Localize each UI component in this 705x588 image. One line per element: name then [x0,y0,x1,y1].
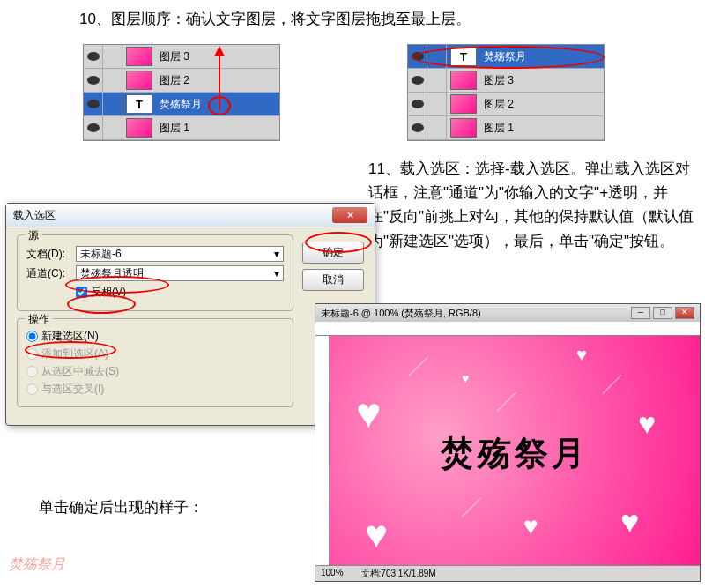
link-col [103,93,122,115]
ruler-vertical [315,336,330,581]
close-button[interactable]: ✕ [675,307,694,319]
layer-name: 焚殇祭月 [156,97,202,112]
visibility-toggle[interactable] [408,116,427,139]
channel-label: 通道(C): [26,266,76,281]
dialog-titlebar: 载入选区 ✕ [6,204,375,227]
layer-name: 焚殇祭月 [480,49,526,64]
radio-new-selection[interactable] [26,331,38,342]
heart-icon: ♥ [620,503,639,540]
eye-icon [87,100,100,108]
after-confirm-text: 单击确定后出现的样子： [39,495,204,519]
link-col [103,69,122,92]
step11-text: 11、载入选区：选择-载入选区。弹出载入选区对话框，注意"通道"为"你输入的文字… [368,157,701,253]
link-col [427,45,447,68]
dialog-title-text: 载入选区 [13,208,56,223]
channel-value: 焚殇祭月透明 [80,266,144,281]
layer-name: 图层 2 [480,97,514,112]
status-bar: 100% 文档:703.1K/1.89M [315,565,700,581]
visibility-toggle[interactable] [84,69,103,92]
layer-row-text-selected[interactable]: T 焚殇祭月 [84,93,279,116]
doc-value: 未标题-6 [80,247,122,262]
link-col [103,45,122,68]
eye-icon [87,76,100,85]
visibility-toggle[interactable] [84,116,103,139]
visibility-toggle[interactable] [408,93,427,115]
operation-legend: 操作 [25,312,53,327]
heart-icon: ♥ [356,389,382,437]
cancel-button[interactable]: 取消 [302,269,364,291]
source-fieldset: 源 文档(D): 未标题-6 ▾ 通道(C): 焚殇祭月透明 ▾ [17,234,293,311]
layer-panel-before: 图层 3 图层 2 T 焚殇祭月 图层 1 [83,44,280,141]
text-layer-thumb: T [450,47,477,66]
visibility-toggle[interactable] [84,93,103,115]
op-int-label: 与选区交叉(I) [41,382,104,397]
layer-thumb [450,118,477,138]
text-layer-thumb: T [126,94,152,114]
radio-add [26,348,38,360]
layer-name: 图层 3 [156,49,189,64]
eye-icon [412,123,424,132]
ok-button[interactable]: 确定 [302,242,364,264]
link-col [427,116,447,139]
radio-intersect [26,383,38,395]
chevron-down-icon: ▾ [274,248,279,260]
layer-thumb [450,71,477,90]
radio-subtract [26,366,38,377]
heart-icon: ♥ [462,371,469,385]
visibility-toggle[interactable] [408,45,427,68]
operation-fieldset: 操作 新建选区(N) 添加到选区(A) 从选区中减去(S) 与选区交叉(I) [17,318,293,407]
minimize-button[interactable]: ─ [631,307,650,319]
visibility-toggle[interactable] [408,69,427,92]
heart-icon: ♥ [523,512,538,540]
op-new-label: 新建选区(N) [41,329,99,344]
layer-row[interactable]: 图层 3 [408,69,604,93]
layer-row[interactable]: 图层 2 [408,93,604,116]
canvas-text: 焚殇祭月 [441,431,589,476]
layer-row[interactable]: 图层 2 [84,69,279,93]
ruler-horizontal [315,322,700,336]
layer-thumb [126,118,152,138]
heart-icon: ♥ [365,512,388,556]
eye-icon [87,52,100,61]
zoom-level: 100% [321,568,344,579]
doc-label: 文档(D): [26,247,76,262]
doc-dropdown[interactable]: 未标题-6 ▾ [76,246,284,262]
layer-name: 图层 1 [480,121,514,136]
layer-row-text-selected[interactable]: T 焚殇祭月 [408,45,604,69]
invert-checkbox[interactable] [76,287,87,298]
link-col [427,93,447,115]
chevron-down-icon: ▾ [274,267,279,279]
source-legend: 源 [25,228,42,243]
layer-row[interactable]: 图层 1 [84,116,279,140]
maximize-button[interactable]: □ [653,307,672,319]
layer-thumb [126,71,152,90]
layer-panel-after: T 焚殇祭月 图层 3 图层 2 图层 1 [407,44,605,141]
eye-icon [412,52,424,61]
layer-row[interactable]: 图层 3 [84,45,279,69]
watermark: 焚殇祭月 [9,555,65,574]
link-col [103,116,122,139]
doc-info: 文档:703.1K/1.89M [361,568,436,579]
op-sub-label: 从选区中减去(S) [41,364,119,379]
layer-name: 图层 3 [480,73,514,88]
channel-dropdown[interactable]: 焚殇祭月透明 ▾ [76,265,284,281]
close-button[interactable]: ✕ [332,207,367,223]
link-col [427,69,447,92]
eye-icon [412,100,424,108]
window-titlebar: 未标题-6 @ 100% (焚殇祭月, RGB/8) ─ □ ✕ [315,304,700,322]
window-title: 未标题-6 @ 100% (焚殇祭月, RGB/8) [321,307,481,320]
heart-icon: ♥ [638,406,656,441]
layer-thumb [126,47,152,66]
visibility-toggle[interactable] [84,45,103,68]
layer-name: 图层 1 [156,121,189,136]
layer-name: 图层 2 [156,73,189,88]
canvas[interactable]: ♥ ♥ ♥ ♥ ♥ ♥ ♥ 焚殇祭月 [330,336,700,581]
eye-icon [87,123,100,132]
heart-icon: ♥ [576,345,587,365]
layer-row[interactable]: 图层 1 [408,116,604,140]
invert-label: 反相(V) [91,285,126,300]
document-window: 未标题-6 @ 100% (焚殇祭月, RGB/8) ─ □ ✕ ♥ ♥ ♥ ♥… [315,303,701,582]
step10-text: 10、图层顺序：确认文字图层，将文字图层拖拽至最上层。 [79,7,471,31]
op-add-label: 添加到选区(A) [41,346,108,361]
layer-thumb [450,94,477,114]
